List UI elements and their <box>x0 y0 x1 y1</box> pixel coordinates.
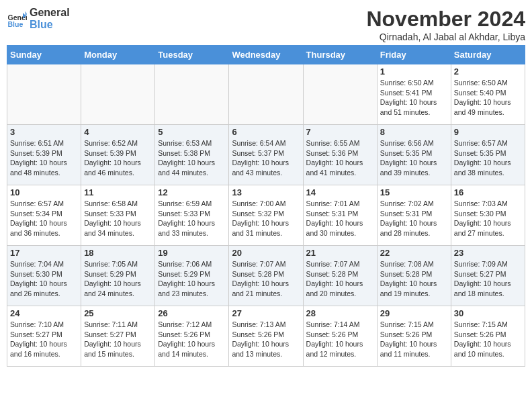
calendar-cell: 14Sunrise: 7:01 AM Sunset: 5:31 PM Dayli… <box>303 185 377 246</box>
day-info: Sunrise: 7:07 AM Sunset: 5:28 PM Dayligh… <box>306 259 374 299</box>
day-number: 17 <box>10 248 78 258</box>
calendar-cell: 11Sunrise: 6:58 AM Sunset: 5:33 PM Dayli… <box>81 185 155 246</box>
calendar-cell <box>81 64 155 125</box>
svg-text:Blue: Blue <box>8 20 24 28</box>
calendar-cell: 23Sunrise: 7:09 AM Sunset: 5:27 PM Dayli… <box>451 246 525 306</box>
day-number: 25 <box>84 308 152 318</box>
weekday-header-wednesday: Wednesday <box>229 46 303 64</box>
calendar-cell: 25Sunrise: 7:11 AM Sunset: 5:27 PM Dayli… <box>81 306 155 367</box>
calendar-week-row: 1Sunrise: 6:50 AM Sunset: 5:41 PM Daylig… <box>7 64 525 125</box>
day-number: 9 <box>454 127 522 137</box>
location-subtitle: Qirnadah, Al Jabal al Akhdar, Libya <box>366 32 525 42</box>
calendar-table: SundayMondayTuesdayWednesdayThursdayFrid… <box>7 45 525 367</box>
calendar-cell: 30Sunrise: 7:15 AM Sunset: 5:26 PM Dayli… <box>451 306 525 367</box>
day-number: 6 <box>232 127 300 137</box>
day-info: Sunrise: 7:08 AM Sunset: 5:28 PM Dayligh… <box>380 259 448 299</box>
calendar-cell: 18Sunrise: 7:05 AM Sunset: 5:29 PM Dayli… <box>81 246 155 306</box>
calendar-cell: 21Sunrise: 7:07 AM Sunset: 5:28 PM Dayli… <box>303 246 377 306</box>
weekday-header-friday: Friday <box>377 46 451 64</box>
calendar-cell: 16Sunrise: 7:03 AM Sunset: 5:30 PM Dayli… <box>451 185 525 246</box>
calendar-cell: 7Sunrise: 6:55 AM Sunset: 5:36 PM Daylig… <box>303 125 377 185</box>
calendar-cell: 22Sunrise: 7:08 AM Sunset: 5:28 PM Dayli… <box>377 246 451 306</box>
day-number: 11 <box>84 187 152 197</box>
calendar-cell: 1Sunrise: 6:50 AM Sunset: 5:41 PM Daylig… <box>377 64 451 125</box>
weekday-header-row: SundayMondayTuesdayWednesdayThursdayFrid… <box>7 46 525 64</box>
day-info: Sunrise: 6:55 AM Sunset: 5:36 PM Dayligh… <box>306 138 374 178</box>
calendar-cell: 26Sunrise: 7:12 AM Sunset: 5:26 PM Dayli… <box>155 306 229 367</box>
day-number: 29 <box>380 308 448 318</box>
calendar-cell <box>7 64 81 125</box>
day-number: 8 <box>380 127 448 137</box>
calendar-week-row: 10Sunrise: 6:57 AM Sunset: 5:34 PM Dayli… <box>7 185 525 246</box>
day-number: 30 <box>454 308 522 318</box>
calendar-cell: 9Sunrise: 6:57 AM Sunset: 5:35 PM Daylig… <box>451 125 525 185</box>
calendar-cell: 12Sunrise: 6:59 AM Sunset: 5:33 PM Dayli… <box>155 185 229 246</box>
day-info: Sunrise: 6:50 AM Sunset: 5:41 PM Dayligh… <box>380 78 448 118</box>
day-number: 27 <box>232 308 300 318</box>
day-info: Sunrise: 7:00 AM Sunset: 5:32 PM Dayligh… <box>232 199 300 238</box>
day-info: Sunrise: 6:52 AM Sunset: 5:39 PM Dayligh… <box>84 138 152 178</box>
logo: General Blue General Blue <box>7 7 70 30</box>
day-info: Sunrise: 7:02 AM Sunset: 5:31 PM Dayligh… <box>380 199 448 238</box>
weekday-header-monday: Monday <box>81 46 155 64</box>
calendar-week-row: 17Sunrise: 7:04 AM Sunset: 5:30 PM Dayli… <box>7 246 525 306</box>
day-number: 4 <box>84 127 152 137</box>
calendar-cell: 5Sunrise: 6:53 AM Sunset: 5:38 PM Daylig… <box>155 125 229 185</box>
calendar-cell: 2Sunrise: 6:50 AM Sunset: 5:40 PM Daylig… <box>451 64 525 125</box>
calendar-cell: 17Sunrise: 7:04 AM Sunset: 5:30 PM Dayli… <box>7 246 81 306</box>
day-number: 21 <box>306 248 374 258</box>
calendar-cell: 13Sunrise: 7:00 AM Sunset: 5:32 PM Dayli… <box>229 185 303 246</box>
day-info: Sunrise: 7:15 AM Sunset: 5:26 PM Dayligh… <box>380 320 448 359</box>
title-block: November 2024 Qirnadah, Al Jabal al Akhd… <box>366 7 525 42</box>
day-info: Sunrise: 6:56 AM Sunset: 5:35 PM Dayligh… <box>380 138 448 178</box>
day-number: 5 <box>158 127 226 137</box>
weekday-header-sunday: Sunday <box>7 46 81 64</box>
day-info: Sunrise: 7:11 AM Sunset: 5:27 PM Dayligh… <box>84 320 152 359</box>
day-info: Sunrise: 6:54 AM Sunset: 5:37 PM Dayligh… <box>232 138 300 178</box>
calendar-cell: 3Sunrise: 6:51 AM Sunset: 5:39 PM Daylig… <box>7 125 81 185</box>
day-number: 1 <box>380 66 448 77</box>
day-number: 13 <box>232 187 300 197</box>
day-info: Sunrise: 7:01 AM Sunset: 5:31 PM Dayligh… <box>306 199 374 238</box>
day-number: 7 <box>306 127 374 137</box>
calendar-week-row: 3Sunrise: 6:51 AM Sunset: 5:39 PM Daylig… <box>7 125 525 185</box>
calendar-week-row: 24Sunrise: 7:10 AM Sunset: 5:27 PM Dayli… <box>7 306 525 367</box>
day-info: Sunrise: 6:57 AM Sunset: 5:34 PM Dayligh… <box>10 199 78 238</box>
day-info: Sunrise: 7:03 AM Sunset: 5:30 PM Dayligh… <box>454 199 522 238</box>
day-info: Sunrise: 6:59 AM Sunset: 5:33 PM Dayligh… <box>158 199 226 238</box>
day-number: 24 <box>10 308 78 318</box>
day-number: 28 <box>306 308 374 318</box>
day-number: 20 <box>232 248 300 258</box>
day-info: Sunrise: 7:10 AM Sunset: 5:27 PM Dayligh… <box>10 320 78 359</box>
day-number: 26 <box>158 308 226 318</box>
day-info: Sunrise: 6:53 AM Sunset: 5:38 PM Dayligh… <box>158 138 226 178</box>
day-number: 15 <box>380 187 448 197</box>
day-info: Sunrise: 7:05 AM Sunset: 5:29 PM Dayligh… <box>84 259 152 299</box>
day-number: 19 <box>158 248 226 258</box>
day-number: 23 <box>454 248 522 258</box>
day-info: Sunrise: 7:06 AM Sunset: 5:29 PM Dayligh… <box>158 259 226 299</box>
day-number: 2 <box>454 66 522 77</box>
calendar-cell: 6Sunrise: 6:54 AM Sunset: 5:37 PM Daylig… <box>229 125 303 185</box>
day-info: Sunrise: 7:14 AM Sunset: 5:26 PM Dayligh… <box>306 320 374 359</box>
day-number: 18 <box>84 248 152 258</box>
month-title: November 2024 <box>366 7 525 32</box>
day-info: Sunrise: 7:09 AM Sunset: 5:27 PM Dayligh… <box>454 259 522 299</box>
day-number: 16 <box>454 187 522 197</box>
calendar-cell: 20Sunrise: 7:07 AM Sunset: 5:28 PM Dayli… <box>229 246 303 306</box>
calendar-cell: 8Sunrise: 6:56 AM Sunset: 5:35 PM Daylig… <box>377 125 451 185</box>
weekday-header-tuesday: Tuesday <box>155 46 229 64</box>
logo-line2: Blue <box>30 19 70 31</box>
day-number: 12 <box>158 187 226 197</box>
day-number: 10 <box>10 187 78 197</box>
calendar-cell: 10Sunrise: 6:57 AM Sunset: 5:34 PM Dayli… <box>7 185 81 246</box>
day-info: Sunrise: 6:58 AM Sunset: 5:33 PM Dayligh… <box>84 199 152 238</box>
page-header: General Blue General Blue November 2024 … <box>7 7 525 42</box>
weekday-header-thursday: Thursday <box>303 46 377 64</box>
calendar-cell: 4Sunrise: 6:52 AM Sunset: 5:39 PM Daylig… <box>81 125 155 185</box>
day-info: Sunrise: 7:07 AM Sunset: 5:28 PM Dayligh… <box>232 259 300 299</box>
logo-icon: General Blue <box>7 9 27 29</box>
calendar-cell: 19Sunrise: 7:06 AM Sunset: 5:29 PM Dayli… <box>155 246 229 306</box>
calendar-cell: 27Sunrise: 7:13 AM Sunset: 5:26 PM Dayli… <box>229 306 303 367</box>
calendar-cell <box>229 64 303 125</box>
